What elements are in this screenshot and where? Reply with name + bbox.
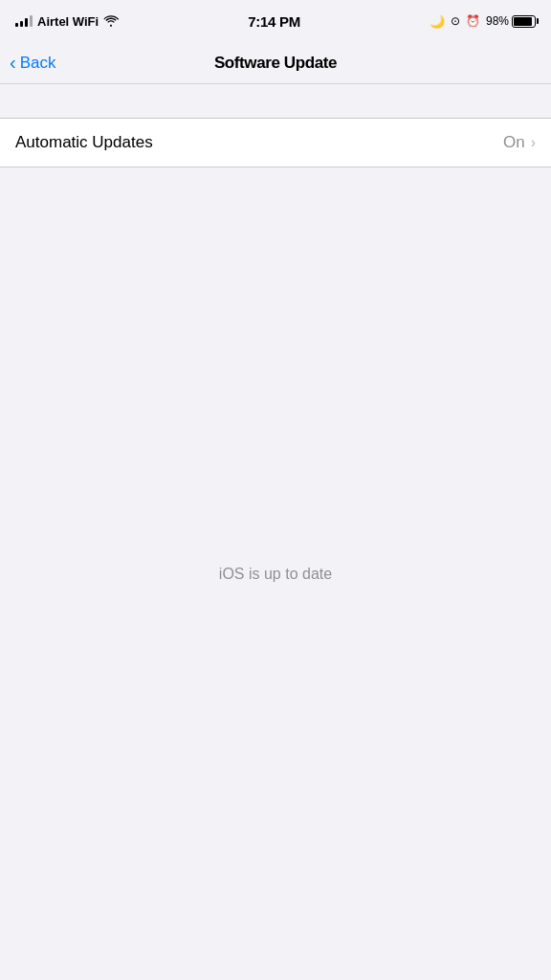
signal-bars-icon bbox=[15, 15, 33, 27]
status-right: 🌙 ⊙ ⏰ 98% bbox=[430, 14, 536, 29]
time-display: 7:14 PM bbox=[248, 13, 300, 30]
battery-percent-label: 98% bbox=[486, 14, 509, 28]
battery-container: 98% bbox=[486, 14, 536, 28]
automatic-updates-row[interactable]: Automatic Updates On › bbox=[0, 119, 551, 167]
back-button[interactable]: ‹ Back bbox=[10, 54, 55, 73]
automatic-updates-value: On bbox=[503, 133, 525, 152]
page-title: Software Update bbox=[214, 54, 337, 73]
automatic-updates-value-container: On › bbox=[503, 133, 536, 152]
wifi-icon bbox=[103, 15, 119, 27]
carrier-label: Airtel WiFi bbox=[37, 14, 99, 29]
chevron-right-icon: › bbox=[531, 134, 536, 151]
battery-icon bbox=[512, 15, 536, 28]
clock-icon: ⏰ bbox=[466, 14, 480, 28]
status-left: Airtel WiFi bbox=[15, 14, 119, 29]
up-to-date-message: iOS is up to date bbox=[219, 566, 332, 583]
battery-fill bbox=[514, 17, 532, 26]
section-gap bbox=[0, 84, 551, 118]
automatic-updates-label: Automatic Updates bbox=[15, 133, 153, 152]
moon-icon: 🌙 bbox=[430, 14, 445, 29]
nav-bar: ‹ Back Software Update bbox=[0, 42, 551, 84]
main-content: iOS is up to date bbox=[0, 167, 551, 980]
status-bar: Airtel WiFi 7:14 PM 🌙 ⊙ ⏰ 98% bbox=[0, 0, 551, 42]
back-chevron-icon: ‹ bbox=[10, 53, 16, 72]
back-button-label: Back bbox=[20, 54, 56, 73]
alarm-icon: ⊙ bbox=[451, 14, 460, 28]
settings-section: Automatic Updates On › bbox=[0, 118, 551, 167]
